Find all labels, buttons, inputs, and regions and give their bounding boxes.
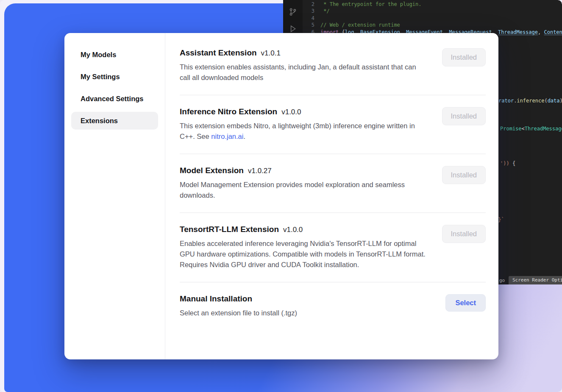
line-number: 2: [296, 1, 314, 8]
code-fragment: rator.inference(data));: [498, 97, 562, 104]
extension-name: TensortRT-LLM Extension: [180, 225, 279, 234]
installed-button[interactable]: Installed: [442, 166, 486, 184]
manual-installation-description: Select an extension file to install (.tg…: [180, 308, 297, 318]
code-token: inference: [517, 98, 544, 104]
code-token: (: [544, 98, 547, 104]
extension-info: Manual Installation Select an extension …: [180, 294, 297, 318]
extension-version: v1.0.0: [283, 226, 303, 234]
extension-title-row: Manual Installation: [180, 294, 297, 304]
code-token: ContentType: [544, 29, 562, 35]
extension-card-tensorrt-llm: TensortRT-LLM Extension v1.0.0 Enables a…: [180, 213, 486, 282]
extension-description: Enables accelerated inference leveraging…: [180, 238, 428, 270]
extension-description: Model Management Extension provides mode…: [180, 179, 428, 201]
extension-card-inference-nitro: Inference Nitro Extension v1.0.0 This ex…: [180, 95, 486, 154]
screen-reader-status-tab[interactable]: Screen Reader Optimized: [509, 276, 562, 284]
extension-name: Model Extension: [180, 166, 244, 175]
line-number: 4: [296, 15, 314, 22]
description-text: .: [243, 133, 245, 140]
extension-title-row: Assistant Extension v1.0.1: [180, 48, 428, 58]
line-number: 3: [296, 8, 314, 14]
installed-button[interactable]: Installed: [442, 48, 486, 66]
code-line-comment: // Web / extension runtime: [320, 22, 400, 28]
code-line-comment: * The entrypoint for the plugin.: [320, 1, 421, 8]
sidebar-item-advanced-settings[interactable]: Advanced Settings: [71, 90, 158, 108]
code-token: ThreadMessage: [525, 126, 562, 132]
code-token: <: [522, 126, 525, 132]
sidebar-item-my-models[interactable]: My Models: [71, 46, 158, 63]
installed-button[interactable]: Installed: [442, 107, 486, 125]
code-token: ThreadMessage: [498, 29, 538, 35]
settings-sidebar: My Models My Settings Advanced Settings …: [64, 33, 165, 359]
code-fragment: Promise<ThreadMessage>: [500, 125, 562, 132]
extension-card-model: Model Extension v1.0.27 Model Management…: [180, 154, 486, 213]
extensions-panel: Assistant Extension v1.0.1 This extensio…: [165, 33, 498, 359]
select-file-button[interactable]: Select: [445, 294, 486, 312]
extension-info: Assistant Extension v1.0.1 This extensio…: [180, 48, 428, 83]
extension-name: Inference Nitro Extension: [180, 107, 277, 116]
code-token: Promise: [500, 126, 522, 132]
nitro-jan-ai-link[interactable]: nitro.jan.ai: [211, 133, 243, 140]
installed-button[interactable]: Installed: [442, 225, 486, 243]
code-token: ')): [500, 160, 512, 166]
extension-info: Model Extension v1.0.27 Model Management…: [180, 166, 428, 201]
sidebar-item-extensions[interactable]: Extensions: [71, 112, 158, 130]
extension-card-assistant: Assistant Extension v1.0.1 This extensio…: [180, 46, 486, 95]
extension-info: TensortRT-LLM Extension v1.0.0 Enables a…: [180, 225, 428, 270]
sidebar-item-my-settings[interactable]: My Settings: [71, 68, 158, 86]
extension-title-row: Model Extension v1.0.27: [180, 166, 428, 175]
code-token: ));: [560, 98, 562, 104]
extension-info: Inference Nitro Extension v1.0.0 This ex…: [180, 107, 428, 142]
extension-version: v1.0.1: [261, 49, 281, 58]
code-line-comment: */: [320, 8, 330, 14]
code-token: rator: [498, 98, 514, 104]
code-fragment: ')) {: [500, 160, 515, 167]
status-bar-text: go: [499, 277, 505, 284]
extension-title-row: Inference Nitro Extension v1.0.0: [180, 107, 428, 116]
screenshot-root: 2 3 4 5 6 * The entrypoint for the plugi…: [0, 0, 562, 392]
line-number: 5: [296, 22, 314, 28]
extension-description: This extension enables assistants, inclu…: [180, 62, 428, 83]
manual-installation-title: Manual Installation: [180, 294, 252, 304]
manual-installation-section: Manual Installation Select an extension …: [180, 282, 486, 327]
extension-description: This extension embeds Nitro, a lightweig…: [180, 121, 428, 142]
code-token: data: [548, 98, 560, 104]
extension-version: v1.0.0: [281, 108, 301, 116]
code-token: {: [512, 160, 515, 166]
extension-title-row: TensortRT-LLM Extension v1.0.0: [180, 225, 428, 234]
extension-version: v1.0.27: [248, 167, 272, 175]
code-token: ,: [538, 29, 544, 35]
extension-name: Assistant Extension: [180, 48, 257, 58]
settings-modal: My Models My Settings Advanced Settings …: [64, 33, 498, 359]
